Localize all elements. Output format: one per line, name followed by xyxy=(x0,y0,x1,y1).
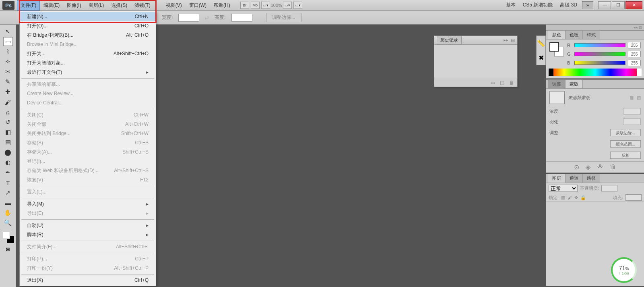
width-input[interactable] xyxy=(178,14,199,22)
healing-tool-icon[interactable]: ✚ xyxy=(3,87,13,96)
menu-item[interactable]: 在 Bridge 中浏览(B)...Alt+Ctrl+O xyxy=(20,31,156,40)
blur-tool-icon[interactable]: ⬤ xyxy=(3,148,13,157)
tab-color[interactable]: 颜色 xyxy=(548,30,566,39)
pen-tool-icon[interactable]: ✒ xyxy=(3,168,13,177)
color-swatches[interactable] xyxy=(2,232,14,243)
foreground-color-swatch[interactable] xyxy=(3,232,10,239)
lock-position-icon[interactable]: ✥ xyxy=(574,195,578,200)
marquee-tool-icon[interactable]: ▭ xyxy=(3,37,13,46)
lock-image-icon[interactable]: 🖌 xyxy=(568,195,572,200)
arrange-icon[interactable]: ▭▾ xyxy=(283,2,292,9)
invert-button[interactable]: 反相 xyxy=(610,152,641,159)
brush-tool-icon[interactable]: 🖌 xyxy=(3,98,13,106)
tab-adjustments[interactable]: 调整 xyxy=(548,79,566,88)
menu-help[interactable]: 帮助(H) xyxy=(210,0,234,10)
lock-transparency-icon[interactable]: ▦ xyxy=(561,195,565,200)
dock-strip[interactable]: 📏 ✖ xyxy=(536,35,546,65)
menu-item[interactable]: 导入(M) xyxy=(20,200,156,209)
tab-channels[interactable]: 通道 xyxy=(565,174,583,183)
menu-item[interactable]: 新建(N)...Ctrl+N xyxy=(20,12,156,21)
workspace-3d[interactable]: 高级 3D xyxy=(557,1,580,9)
hand-tool-icon[interactable]: ✋ xyxy=(3,208,13,217)
minimize-button[interactable]: — xyxy=(598,1,611,9)
type-tool-icon[interactable]: T xyxy=(3,178,13,187)
zoom-display[interactable]: 100% xyxy=(271,3,282,8)
history-brush-tool-icon[interactable]: ↺ xyxy=(3,118,13,127)
tab-swatches[interactable]: 色板 xyxy=(565,30,583,39)
apply-mask-icon[interactable]: ◈ xyxy=(586,163,590,171)
history-snapshot-icon[interactable]: ◫ xyxy=(500,80,504,85)
menu-item[interactable]: 自动(U) xyxy=(20,221,156,230)
fill-value[interactable] xyxy=(625,194,642,201)
tab-masks[interactable]: 蒙版 xyxy=(565,79,583,88)
color-swatch-pair[interactable] xyxy=(549,42,564,56)
menu-view[interactable]: 视图(V) xyxy=(162,0,186,10)
g-slider[interactable] xyxy=(574,52,625,56)
menu-edit[interactable]: 编辑(E) xyxy=(40,0,63,10)
menu-item[interactable]: 最近打开文件(T) xyxy=(20,68,156,77)
move-tool-icon[interactable]: ↖ xyxy=(3,27,13,36)
history-panel[interactable]: 历史记录 ▸▸ ▤ ▭ ◫ 🗑 xyxy=(434,35,518,87)
workspace-cs5[interactable]: CS5 新增功能 xyxy=(520,1,555,9)
tools-icon[interactable]: ✖ xyxy=(539,54,544,62)
opacity-value[interactable] xyxy=(601,185,617,191)
pixel-mask-icon[interactable]: ▦ xyxy=(630,95,634,100)
expand-workspaces-icon[interactable]: » xyxy=(582,1,593,9)
refine-edge-button[interactable]: 调整边缘... xyxy=(266,13,301,22)
menu-filter[interactable]: 滤镜(T) xyxy=(131,0,154,10)
menu-item[interactable]: 打开(O)...Ctrl+O xyxy=(20,21,156,31)
menu-item[interactable]: 打开为智能对象... xyxy=(20,58,156,68)
maximize-button[interactable]: ☐ xyxy=(612,1,625,9)
menu-item[interactable]: 脚本(R) xyxy=(20,230,156,239)
gradient-tool-icon[interactable]: ▤ xyxy=(3,138,13,147)
bridge-icon[interactable]: Br xyxy=(240,2,249,9)
workspace-basic[interactable]: 基本 xyxy=(504,1,518,9)
disable-mask-icon[interactable]: 👁 xyxy=(597,163,603,171)
path-tool-icon[interactable]: ↗ xyxy=(3,188,13,197)
height-input[interactable] xyxy=(231,14,252,22)
feather-value[interactable] xyxy=(623,119,641,125)
quickmask-tool-icon[interactable]: ◙ xyxy=(3,244,13,253)
menu-image[interactable]: 图像(I) xyxy=(63,0,85,10)
color-spectrum[interactable] xyxy=(549,69,642,76)
ruler-icon[interactable]: 📏 xyxy=(537,40,545,47)
panel-menu-icon[interactable]: ▤ xyxy=(511,37,515,43)
stamp-tool-icon[interactable]: ⎌ xyxy=(3,108,13,116)
menu-item[interactable]: 退出(X)Ctrl+Q xyxy=(20,276,156,285)
panel-collapse-bar[interactable]: ◂◂ ▤ xyxy=(546,25,644,30)
wand-tool-icon[interactable]: ✧ xyxy=(3,57,13,66)
vector-mask-icon[interactable]: ▧ xyxy=(637,95,641,100)
history-delete-icon[interactable]: 🗑 xyxy=(509,80,514,85)
tab-paths[interactable]: 路径 xyxy=(582,174,600,183)
lasso-tool-icon[interactable]: ⌇ xyxy=(3,47,13,56)
collapse-icon[interactable]: ▸▸ xyxy=(504,37,508,43)
mb-icon[interactable]: Mb xyxy=(251,2,260,9)
menu-item[interactable]: 打开为...Alt+Shift+Ctrl+O xyxy=(20,49,156,58)
lock-all-icon[interactable]: 🔒 xyxy=(580,195,586,200)
shape-tool-icon[interactable]: ▬ xyxy=(3,198,13,207)
history-tab[interactable]: 历史记录 xyxy=(437,36,462,44)
eyedropper-tool-icon[interactable]: ✎ xyxy=(3,77,13,86)
menu-layer[interactable]: 图层(L) xyxy=(85,0,108,10)
r-value[interactable]: 255 xyxy=(628,42,641,48)
eraser-tool-icon[interactable]: ◧ xyxy=(3,128,13,137)
zoom-tool-icon[interactable]: 🔍 xyxy=(3,218,13,227)
b-value[interactable]: 255 xyxy=(628,60,641,66)
screen-mode-icon[interactable]: ▭▾ xyxy=(261,2,270,9)
history-new-doc-icon[interactable]: ▭ xyxy=(491,80,495,85)
tab-styles[interactable]: 样式 xyxy=(582,30,600,39)
r-slider[interactable] xyxy=(574,43,625,47)
delete-mask-icon[interactable]: 🗑 xyxy=(610,163,616,171)
crop-tool-icon[interactable]: ✂ xyxy=(3,67,13,76)
dodge-tool-icon[interactable]: ◐ xyxy=(3,158,13,167)
b-slider[interactable] xyxy=(574,61,625,65)
tab-layers[interactable]: 图层 xyxy=(548,174,566,183)
menu-window[interactable]: 窗口(W) xyxy=(186,0,210,10)
load-selection-icon[interactable]: ⊙ xyxy=(574,163,579,171)
screen-icon[interactable]: ▭▾ xyxy=(293,2,302,9)
close-button[interactable]: ✕ xyxy=(625,1,642,9)
density-value[interactable] xyxy=(623,108,641,114)
mask-edge-button[interactable]: 蒙版边缘... xyxy=(610,129,641,136)
g-value[interactable]: 255 xyxy=(628,51,641,57)
color-range-button[interactable]: 颜色范围... xyxy=(610,140,641,148)
